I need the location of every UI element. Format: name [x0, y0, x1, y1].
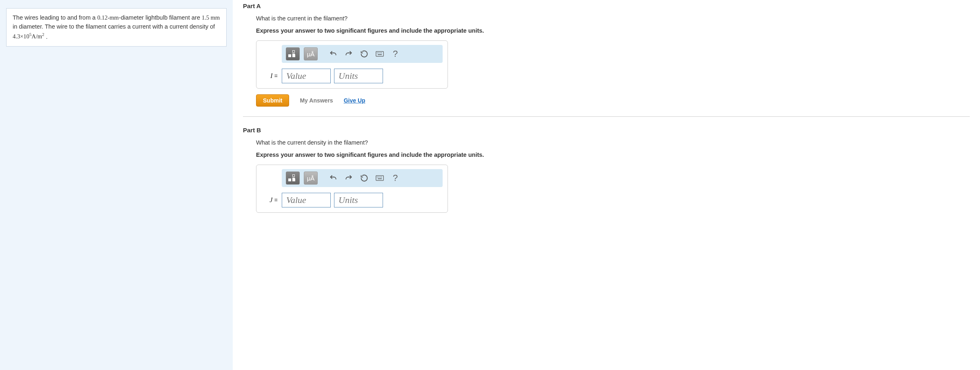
my-answers-a[interactable]: My Answers — [300, 97, 333, 104]
answer-panel: Part A What is the current in the filame… — [233, 0, 980, 370]
units-button-label: μÅ — [307, 51, 315, 58]
svg-rect-7 — [377, 177, 378, 178]
var-label-b: J = — [261, 196, 278, 204]
templates-button[interactable] — [286, 172, 300, 185]
value-input-a[interactable] — [282, 69, 331, 83]
part-a: Part A What is the current in the filame… — [243, 0, 970, 107]
svg-rect-6 — [376, 176, 383, 181]
templates-icon — [288, 50, 297, 58]
keyboard-button[interactable] — [374, 172, 385, 184]
units-button[interactable]: μÅ — [304, 172, 318, 185]
diameter-1: 0.12-mm — [97, 14, 119, 21]
diameter-2: 1.5 mm — [202, 14, 220, 21]
problem-panel: The wires leading to and from a 0.12-mm-… — [0, 0, 233, 370]
problem-statement: The wires leading to and from a 0.12-mm-… — [6, 8, 227, 47]
svg-rect-3 — [380, 53, 381, 53]
svg-rect-9 — [380, 177, 381, 178]
submit-button-a[interactable]: Submit — [256, 94, 289, 107]
density-value: 4.3×105A/m2 — [13, 33, 44, 40]
svg-rect-2 — [379, 53, 379, 53]
help-button[interactable]: ? — [390, 172, 401, 184]
input-row-b: J = — [261, 193, 443, 207]
undo-button[interactable] — [327, 172, 339, 184]
part-b-body: What is the current density in the filam… — [243, 139, 970, 213]
value-input-b[interactable] — [282, 193, 331, 207]
svg-rect-1 — [377, 53, 378, 53]
svg-rect-0 — [376, 51, 383, 56]
var-label-a: I = — [261, 72, 278, 80]
reset-button[interactable] — [359, 172, 370, 184]
input-row-a: I = — [261, 69, 443, 83]
svg-rect-11 — [378, 178, 382, 179]
part-a-label: Part A — [243, 2, 970, 9]
help-button[interactable]: ? — [390, 48, 401, 60]
part-b-label: Part B — [243, 127, 970, 134]
svg-rect-5 — [378, 54, 382, 55]
units-input-b[interactable] — [334, 193, 383, 207]
templates-icon — [288, 174, 297, 182]
templates-button[interactable] — [286, 47, 300, 60]
problem-text: . — [44, 33, 47, 40]
problem-text: -diameter lightbulb filament are — [119, 14, 202, 21]
part-separator — [243, 116, 970, 117]
undo-button[interactable] — [327, 48, 339, 60]
svg-rect-8 — [379, 177, 379, 178]
give-up-link-a[interactable]: Give Up — [344, 97, 365, 104]
svg-rect-10 — [381, 177, 382, 178]
toolbar-b: μÅ ? — [282, 169, 443, 187]
units-input-a[interactable] — [334, 69, 383, 83]
part-b-instruction: Express your answer to two significant f… — [256, 152, 970, 158]
reset-button[interactable] — [359, 48, 370, 60]
part-a-body: What is the current in the filament? Exp… — [243, 15, 970, 107]
action-row-a: Submit My Answers Give Up — [256, 94, 970, 107]
part-a-question: What is the current in the filament? — [256, 15, 970, 22]
part-a-instruction: Express your answer to two significant f… — [256, 27, 970, 34]
redo-button[interactable] — [343, 172, 354, 184]
keyboard-button[interactable] — [374, 48, 385, 60]
units-button-label: μÅ — [307, 175, 315, 182]
problem-text: The wires leading to and from a — [13, 14, 97, 21]
toolbar-a: μÅ ? — [282, 45, 443, 63]
part-b: Part B What is the current density in th… — [243, 124, 970, 213]
units-button[interactable]: μÅ — [304, 47, 318, 60]
svg-rect-4 — [381, 53, 382, 53]
redo-button[interactable] — [343, 48, 354, 60]
problem-text: in diameter. The wire to the filament ca… — [13, 23, 215, 30]
answer-box-b: μÅ ? — [256, 165, 448, 213]
answer-box-a: μÅ ? — [256, 40, 448, 89]
part-b-question: What is the current density in the filam… — [256, 139, 970, 146]
